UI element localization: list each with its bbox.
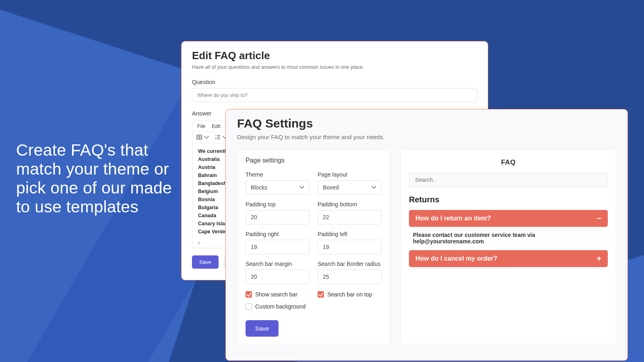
preview-search-input[interactable] xyxy=(409,173,608,187)
settings-save-button[interactable]: Save xyxy=(246,320,279,337)
search-margin-input[interactable] xyxy=(246,269,310,284)
search-radius-input[interactable] xyxy=(318,269,382,284)
show-search-checkbox[interactable]: Show search bar xyxy=(246,291,310,298)
layout-select[interactable]: Boxed xyxy=(318,180,382,195)
settings-title: FAQ Settings xyxy=(237,117,616,130)
question-label: Question xyxy=(192,79,477,85)
padding-left-input[interactable] xyxy=(318,240,382,254)
theme-select[interactable]: Blocks xyxy=(246,180,310,195)
custom-bg-checkbox[interactable]: Custom background xyxy=(246,303,310,310)
faq-preview-card: FAQ Returns How do I return an item? − P… xyxy=(400,149,616,344)
search-margin-label: Search bar margin xyxy=(246,261,310,267)
padding-right-label: Padding right xyxy=(246,231,310,237)
question-input[interactable] xyxy=(192,88,477,102)
padding-top-input[interactable] xyxy=(246,210,310,224)
theme-label: Theme xyxy=(246,171,310,178)
svg-text:3: 3 xyxy=(215,138,216,140)
preview-group-title: Returns xyxy=(409,195,608,204)
search-top-label: Search bar on top xyxy=(327,291,372,298)
checkbox-icon xyxy=(318,291,324,298)
accordion-item-open[interactable]: How do I return an item? − xyxy=(409,210,608,227)
page-settings-title: Page settings xyxy=(246,157,382,164)
edit-faq-subtitle: Have all of your questions and answers t… xyxy=(192,64,477,70)
menu-edit[interactable]: Edit xyxy=(212,123,221,129)
padding-left-label: Padding left xyxy=(318,231,382,237)
show-search-label: Show search bar xyxy=(255,291,297,298)
accordion-question: How do I return an item? xyxy=(415,215,491,222)
accordion-question: How do I cancel my order? xyxy=(415,255,497,262)
page-settings-card: Page settings Theme Blocks Page layout B… xyxy=(237,149,390,344)
checkbox-icon xyxy=(246,291,252,298)
padding-bottom-label: Padding bottom xyxy=(318,201,382,208)
preview-heading: FAQ xyxy=(409,158,608,167)
faq-settings-panel: FAQ Settings Design your FAQ to match yo… xyxy=(225,109,628,361)
search-top-checkbox[interactable]: Search bar on top xyxy=(318,291,382,298)
settings-subtitle: Design your FAQ to match your theme and … xyxy=(237,134,616,140)
checkbox-icon xyxy=(246,303,252,310)
padding-right-input[interactable] xyxy=(246,240,310,254)
edit-faq-title: Edit FAQ article xyxy=(192,49,477,62)
marketing-headline: Create FAQ's that match your theme or pi… xyxy=(16,141,185,217)
minus-icon: − xyxy=(597,214,601,222)
padding-top-label: Padding top xyxy=(246,201,310,208)
layout-label: Page layout xyxy=(318,171,382,178)
menu-file[interactable]: File xyxy=(197,123,205,129)
accordion-answer: Please contact our customer service team… xyxy=(409,229,608,250)
accordion-item-closed[interactable]: How do I cancel my order? + xyxy=(409,250,608,267)
padding-bottom-input[interactable] xyxy=(318,210,382,224)
table-icon[interactable] xyxy=(196,134,209,140)
save-button[interactable]: Save xyxy=(192,255,219,269)
custom-bg-label: Custom background xyxy=(255,303,305,310)
search-radius-label: Search bar Border radius xyxy=(318,261,382,267)
plus-icon: + xyxy=(597,255,601,263)
